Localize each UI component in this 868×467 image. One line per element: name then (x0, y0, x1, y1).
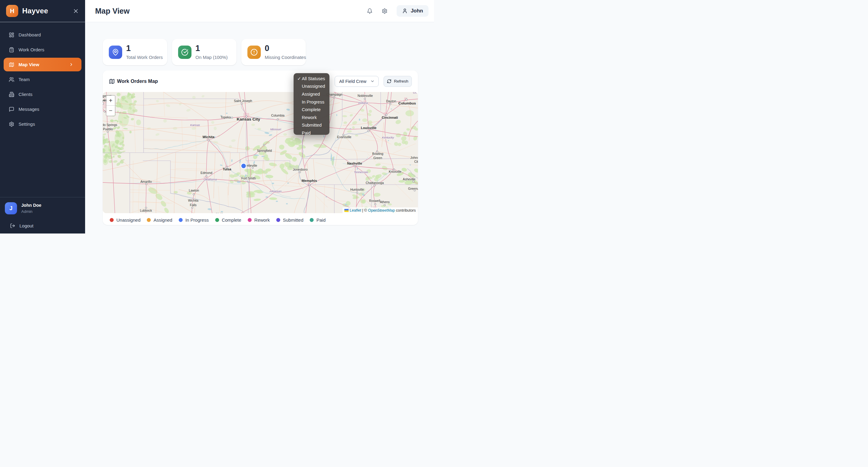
svg-text:Huntsville: Huntsville (350, 188, 364, 191)
svg-text:Louisville: Louisville (361, 126, 377, 130)
svg-text:Springfield: Springfield (257, 149, 272, 153)
svg-text:Pueblo: Pueblo (103, 128, 113, 131)
svg-text:Missouri: Missouri (270, 128, 281, 131)
svg-text:Lawton: Lawton (189, 189, 199, 192)
svg-text:Dayton: Dayton (386, 100, 396, 103)
svg-text:Memphis: Memphis (302, 178, 317, 183)
svg-text:Greenville: Greenville (408, 187, 418, 190)
svg-text:Saint Joseph: Saint Joseph (234, 99, 252, 103)
svg-text:Wichita: Wichita (188, 199, 198, 202)
svg-text:Kentucky: Kentucky (382, 136, 395, 139)
svg-text:Chattanooga: Chattanooga (366, 181, 384, 185)
svg-text:Noblesville: Noblesville (358, 94, 373, 97)
svg-text:Oklahoma: Oklahoma (204, 178, 217, 181)
svg-text:Jonesboro: Jonesboro (293, 168, 308, 171)
svg-text:Roswell: Roswell (369, 199, 380, 203)
svg-text:Cincinnati: Cincinnati (382, 116, 398, 119)
svg-text:Kansas City: Kansas City (237, 117, 260, 122)
svg-text:Asheville: Asheville (403, 178, 415, 181)
svg-text:Knoxville: Knoxville (389, 170, 401, 173)
svg-text:Edmond: Edmond (200, 171, 212, 175)
svg-text:Green: Green (374, 156, 382, 160)
svg-text:Wichita: Wichita (203, 135, 215, 139)
svg-text:Nashville: Nashville (347, 162, 362, 165)
svg-text:Falls: Falls (190, 203, 197, 207)
svg-text:Indiana: Indiana (358, 101, 368, 104)
svg-text:Kansas: Kansas (190, 123, 200, 127)
svg-text:Tulsa: Tulsa (223, 167, 231, 171)
svg-text:Columbia: Columbia (271, 114, 284, 117)
svg-text:do Springs: do Springs (103, 123, 117, 127)
svg-text:Fort Smith: Fort Smith (241, 177, 256, 180)
svg-text:Athens: Athens (380, 200, 390, 204)
svg-text:City: City (414, 160, 418, 163)
svg-text:Lubbock: Lubbock (140, 209, 152, 212)
svg-text:Topeka: Topeka (221, 116, 231, 119)
svg-text:McKinney: McKinney (216, 212, 230, 213)
svg-text:Bowling: Bowling (372, 152, 383, 156)
svg-text:Amarillo: Amarillo (141, 180, 152, 184)
svg-text:Johnson: Johnson (410, 156, 418, 159)
svg-text:Evansville: Evansville (337, 135, 351, 139)
svg-text:Arkansas: Arkansas (269, 190, 282, 193)
svg-text:Ohio: Ohio (413, 92, 418, 94)
svg-text:Columbus: Columbus (398, 101, 416, 105)
svg-text:Tennessee: Tennessee (354, 170, 368, 174)
